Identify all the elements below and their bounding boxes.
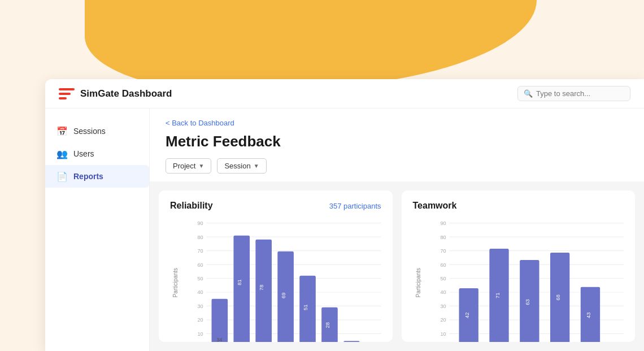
- svg-text:20: 20: [440, 317, 446, 323]
- reliability-chart-card: Reliability 357 participants Participant…: [159, 190, 393, 342]
- teamwork-chart-header: Teamwork: [413, 201, 624, 211]
- reliability-y-axis-label: Participants: [172, 267, 179, 297]
- body-layout: 📅 Sessions 👥 Users 📄 Reports < Back to D…: [45, 109, 644, 351]
- svg-text:81: 81: [237, 279, 242, 285]
- app-title: SimGate Dashboard: [80, 88, 172, 99]
- reliability-participants-label: 357 participants: [329, 202, 381, 210]
- reliability-chart-body: Participants 90 80 70 60 50: [170, 216, 381, 342]
- svg-text:78: 78: [259, 285, 264, 291]
- svg-text:60: 60: [197, 262, 203, 267]
- search-input[interactable]: [536, 89, 624, 98]
- chevron-down-icon-2: ▼: [254, 163, 259, 169]
- sidebar-label-users: Users: [73, 149, 94, 158]
- reliability-bar-7: [343, 341, 360, 342]
- svg-text:90: 90: [440, 220, 446, 226]
- main-content: < Back to Dashboard Metric Feedback Proj…: [150, 109, 644, 351]
- svg-text:20: 20: [197, 317, 203, 323]
- session-filter-button[interactable]: Session ▼: [217, 158, 266, 174]
- svg-text:90: 90: [197, 220, 203, 226]
- svg-text:71: 71: [494, 293, 500, 298]
- svg-text:10: 10: [440, 331, 446, 337]
- back-to-dashboard-link[interactable]: < Back to Dashboard: [166, 119, 234, 127]
- filter-row: Project ▼ Session ▼: [166, 158, 628, 181]
- sidebar-item-sessions[interactable]: 📅 Sessions: [45, 120, 149, 142]
- svg-text:43: 43: [586, 313, 591, 318]
- reliability-chart-header: Reliability 357 participants: [170, 201, 381, 211]
- sidebar-label-reports: Reports: [73, 172, 103, 181]
- reliability-bar-1: [212, 299, 228, 342]
- reliability-bar-3: [255, 240, 272, 342]
- svg-text:80: 80: [440, 235, 446, 240]
- svg-text:40: 40: [197, 289, 203, 295]
- background-blob: [85, 0, 537, 90]
- document-icon: 📄: [56, 171, 68, 182]
- svg-text:30: 30: [440, 304, 446, 309]
- teamwork-chart-title: Teamwork: [413, 201, 457, 211]
- svg-text:70: 70: [197, 248, 203, 254]
- svg-text:63: 63: [525, 299, 530, 305]
- svg-text:70: 70: [440, 248, 446, 254]
- project-filter-button[interactable]: Project ▼: [166, 158, 211, 174]
- page-title: Metric Feedback: [166, 133, 628, 150]
- app-card: SimGate Dashboard 🔍 📅 Sessions 👥 Users 📄…: [45, 79, 644, 351]
- header: SimGate Dashboard 🔍: [45, 79, 644, 109]
- teamwork-bar-chart-svg: 90 80 70 60 50 40 30: [430, 216, 624, 342]
- svg-text:40: 40: [440, 289, 446, 295]
- teamwork-chart-body: Participants 90 80 70 60 50: [413, 216, 624, 342]
- svg-text:51: 51: [303, 305, 308, 310]
- reliability-chart-title: Reliability: [170, 201, 213, 211]
- svg-text:10: 10: [197, 331, 203, 337]
- teamwork-chart-card: Teamwork Participants 90 80 70: [402, 190, 636, 342]
- logo-area: SimGate Dashboard: [59, 86, 172, 102]
- svg-text:34: 34: [216, 337, 222, 342]
- chevron-down-icon: ▼: [198, 163, 204, 169]
- svg-text:60: 60: [440, 262, 446, 267]
- reliability-bar-2: [233, 236, 250, 342]
- sidebar: 📅 Sessions 👥 Users 📄 Reports: [45, 109, 150, 351]
- main-top: < Back to Dashboard Metric Feedback Proj…: [150, 109, 644, 181]
- simgate-logo-icon: [59, 86, 75, 102]
- users-icon: 👥: [56, 148, 68, 159]
- project-filter-label: Project: [173, 162, 195, 170]
- sidebar-item-reports[interactable]: 📄 Reports: [45, 165, 149, 188]
- teamwork-y-axis-label: Participants: [415, 267, 421, 297]
- logo-line-1: [59, 88, 75, 90]
- svg-text:68: 68: [555, 294, 561, 300]
- calendar-icon: 📅: [56, 125, 68, 137]
- search-bar[interactable]: 🔍: [517, 86, 630, 101]
- svg-text:28: 28: [325, 322, 330, 328]
- charts-area: Reliability 357 participants Participant…: [150, 181, 644, 351]
- search-icon: 🔍: [524, 89, 533, 98]
- sidebar-item-users[interactable]: 👥 Users: [45, 142, 149, 165]
- session-filter-label: Session: [224, 162, 250, 170]
- logo-line-2: [59, 93, 71, 95]
- reliability-bar-chart-svg: 90 80 70 60 50 40 30: [187, 216, 381, 342]
- svg-text:50: 50: [440, 276, 446, 281]
- svg-text:80: 80: [197, 235, 203, 240]
- svg-text:50: 50: [197, 276, 203, 281]
- sidebar-label-sessions: Sessions: [73, 127, 106, 136]
- svg-text:30: 30: [197, 304, 203, 309]
- svg-text:42: 42: [464, 313, 469, 318]
- svg-text:69: 69: [281, 293, 286, 298]
- logo-line-3: [59, 97, 67, 99]
